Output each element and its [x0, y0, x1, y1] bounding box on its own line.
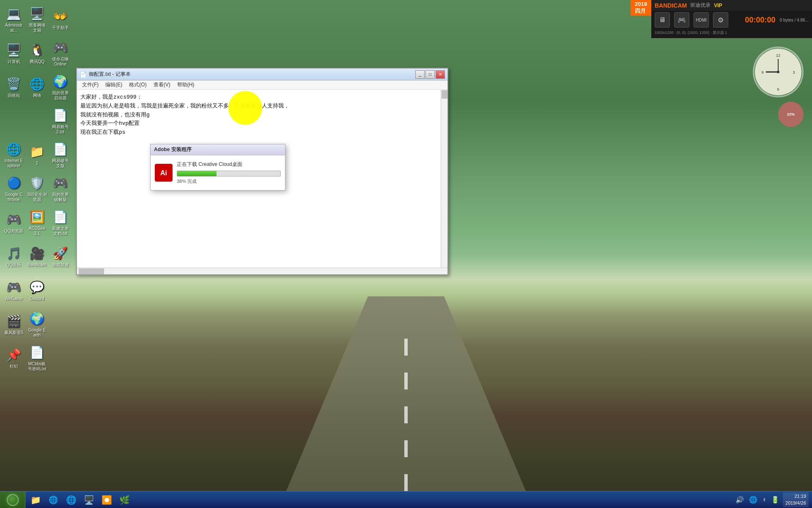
desktop-icon-bandicam[interactable]: 🎥 Bandicam [25, 239, 49, 273]
bandicam-size: 0 bytes / 4.86... [780, 18, 809, 22]
desktop-icon-fengying[interactable]: 🎬 暴风影音5 [2, 307, 25, 341]
menu-edit[interactable]: 编辑(E) [102, 80, 126, 89]
googleearth-icon: 🌍 [29, 310, 46, 327]
desktop-icon-recycle[interactable]: 🗑️ 回收站 [2, 70, 25, 104]
desktop-icon-mc-pohao[interactable]: 🎮 我的世界破解版 [49, 171, 72, 205]
adobe-percent-text: 38% 完成 [177, 178, 281, 185]
desktop-icon-pohao[interactable]: 📄 网易破号文版 [49, 138, 72, 171]
acdsee-label: ACDSee 3.1 [27, 226, 47, 236]
bandicam-timer: 00:00:00 [745, 16, 776, 25]
bandicam-settings-btn[interactable]: ⚙ [713, 12, 728, 28]
wegame-icon: 🎮 [5, 279, 22, 295]
menu-help[interactable]: 帮助(H) [174, 80, 198, 89]
qianshou-label: 千手助手 [52, 25, 69, 30]
qqmusic-label: QQ音乐 [6, 262, 22, 268]
notepad-close-btn[interactable]: ✕ [436, 70, 445, 79]
adobe-dialog-title: Adobe 安装程序 [151, 144, 285, 155]
discord-label: Discord [30, 296, 44, 301]
qq-icon: 🐧 [29, 41, 46, 58]
notepad-maximize-btn[interactable]: □ [425, 70, 435, 79]
desktop-icon-wegame[interactable]: 🎮 WeGame [2, 273, 25, 307]
taskbar-folder-btn[interactable]: 📁 [28, 492, 43, 508]
360-label: 360安全浏览器 [27, 192, 47, 202]
menu-format[interactable]: 格式(O) [126, 80, 150, 89]
start-button[interactable] [0, 491, 25, 508]
taskbar-date: 2019/4/26 [785, 500, 806, 506]
desktop-icon-acdsee[interactable]: 🖼️ ACDSee 3.1 [25, 205, 49, 239]
desktop-icon-chrome[interactable]: 🔵 Google Chrome [2, 171, 25, 205]
qqgame-label: QQ浏览器 [4, 229, 24, 234]
desktop-icon-qq[interactable]: 🐧 腾讯QQ [25, 36, 49, 70]
desktop-icon-network[interactable]: 🌐 网络 [25, 70, 49, 104]
wangyi2-label: 网易账号2.txt [50, 124, 70, 135]
desktop-icon-discord[interactable]: 💬 Discord [25, 273, 49, 307]
taskbar: 📁 🌐 🌐 🖥️ ⏺️ 🌿 🔊 🌐 ⬆ 🔋 21:19 2019/4/26 [0, 491, 812, 508]
taskbar-volume-icon[interactable]: 🔊 [734, 495, 746, 505]
notepad-menubar: 文件(F) 编辑(E) 格式(O) 查看(V) 帮助(H) [77, 80, 447, 90]
bandicam-hdmi-btn[interactable]: HDMI [694, 12, 709, 28]
desktop-icon-360[interactable]: 🛡️ 360安全浏览器 [25, 171, 49, 205]
taskbar-network-icon[interactable]: 🌐 [747, 495, 759, 505]
mcbbs-icon: 📄 [29, 344, 46, 361]
taskbar-clock[interactable]: 21:19 2019/4/26 [783, 492, 809, 507]
desktop-icon-admin[interactable]: 💻 Administrat... [2, 2, 25, 36]
bandicam-logo: BANDICAM [655, 2, 687, 9]
pohao-label: 网易破号文版 [50, 158, 70, 168]
desktop-icon-ie[interactable]: 🌐 Internet Explorer [2, 138, 25, 171]
notepad-scrollbar-v[interactable] [441, 90, 447, 268]
desktop-icon-qqgame[interactable]: 🎮 QQ浏览器 [2, 205, 25, 239]
desktop-icon-qianshou[interactable]: 👐 千手助手 [49, 2, 72, 36]
recycle-label: 回收站 [8, 93, 20, 98]
desktop-icon-qqmusic[interactable]: 🎵 QQ音乐 [2, 239, 25, 273]
sys-indicator: 22% [778, 102, 804, 127]
adobe-progress-bar [177, 171, 217, 176]
desktop-icon-folder[interactable]: 📁 1 [25, 138, 49, 171]
folder-icon: 📁 [29, 143, 46, 160]
desktop: 2019 四月 BANDICAM 班迪优录 VIP 🖥 🎮 HDMI ⚙ 00:… [0, 0, 812, 508]
desktop-icon-coc[interactable]: 🎮 使命召唤Online [49, 36, 72, 70]
taskbar-ie2-btn[interactable]: 🌐 [63, 492, 79, 508]
computer-icon: 🖥️ [5, 41, 22, 58]
desktop-icon-wangyi2[interactable]: 📄 网易账号2.txt [49, 104, 72, 138]
360-icon: 🛡️ [29, 174, 46, 191]
newtext-icon: 📄 [52, 208, 69, 225]
gameacc-icon: 🚀 [52, 245, 69, 262]
svg-text:12: 12 [776, 53, 780, 58]
taskbar-screen-btn[interactable]: 🖥️ [81, 492, 96, 508]
googleearth-label: Google Earth [27, 328, 47, 338]
bandicam-controls: 🖥 🎮 HDMI ⚙ 00:00:00 0 bytes / 4.86... [651, 11, 812, 29]
desktop-icon-newtext[interactable]: 📄 新建文本文档.txt [49, 205, 72, 239]
desktop-icon-gameacc[interactable]: 🚀 游戏加速 [49, 239, 72, 273]
desktop-icon-myworld[interactable]: 🌍 我的世界启动器 [49, 70, 72, 104]
bandicam-game-btn[interactable]: 🎮 [674, 12, 689, 28]
newtext-label: 新建文本文档.txt [50, 226, 70, 236]
menu-view[interactable]: 查看(V) [150, 80, 174, 89]
wegame-label: WeGame [5, 296, 22, 301]
acdsee-icon: 🖼️ [29, 208, 46, 225]
taskbar-ie-btn[interactable]: 🌐 [46, 492, 61, 508]
bandicam-subtitle: 班迪优录 [690, 2, 710, 9]
indicator-text: 22% [787, 112, 795, 116]
coc-icon: 🎮 [52, 39, 69, 56]
notepad-minimize-btn[interactable]: _ [415, 70, 425, 79]
menu-file[interactable]: 文件(F) [79, 80, 102, 89]
qq-label: 腾讯QQ [30, 59, 45, 64]
desktop-icon-computer[interactable]: 🖥️ 计算机 [2, 36, 25, 70]
myworld-label: 我的世界启动器 [50, 91, 70, 101]
computer-label: 计算机 [8, 59, 20, 64]
desktop-icon-dingding[interactable]: 📌 钉钉 [2, 341, 25, 375]
desktop-icon-mcbbs[interactable]: 📄 MCbbs账号密码.txt [25, 341, 49, 375]
bandicam-screen-btn[interactable]: 🖥 [655, 12, 670, 28]
adobe-dialog: Adobe 安装程序 Ai 正在下载 Creative Cloud桌面 38% … [150, 144, 285, 190]
svg-text:3: 3 [793, 70, 795, 75]
notepad-scrollbar-h[interactable] [77, 268, 447, 274]
bandicam-date: 2019 四月 [631, 0, 651, 16]
taskbar-green-btn[interactable]: 🌿 [117, 492, 132, 508]
dingding-icon: 📌 [5, 346, 22, 363]
taskbar-record-btn[interactable]: ⏺️ [99, 492, 114, 508]
bandicam-label: Bandicam [27, 262, 46, 268]
mc-pohao-icon: 🎮 [52, 174, 69, 191]
desktop-icon-hackernet[interactable]: 🖥️ 黑客网络文箱 [25, 2, 49, 36]
dingding-label: 钉钉 [10, 364, 18, 369]
desktop-icon-googleearth[interactable]: 🌍 Google Earth [25, 307, 49, 341]
